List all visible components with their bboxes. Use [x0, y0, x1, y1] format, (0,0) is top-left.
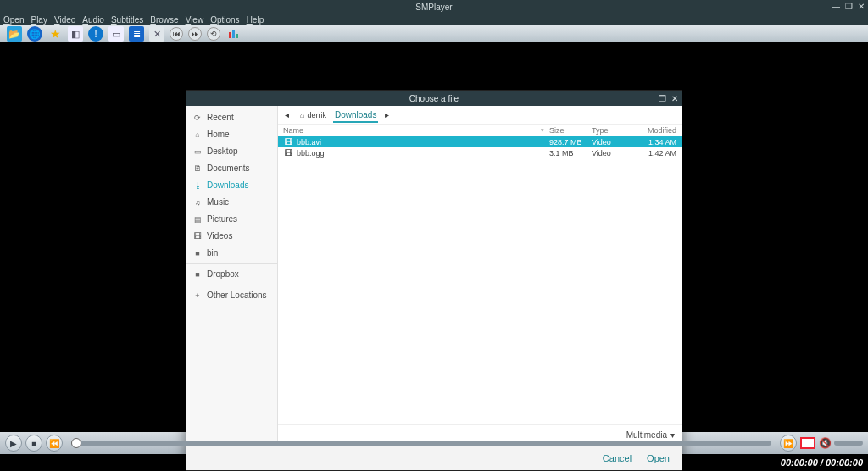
- video-area: Choose a file ❐ ✕ ⟳Recent ⌂Home ▭Desktop…: [0, 42, 868, 432]
- menu-open[interactable]: Open: [3, 15, 24, 25]
- time-position: 00:00:00 / 00:00:00: [781, 457, 863, 468]
- folder-icon: ■: [193, 249, 202, 258]
- breadcrumb-home-label: derrik: [307, 111, 326, 119]
- window-minimize-icon[interactable]: —: [832, 3, 840, 11]
- forward-button[interactable]: ⏩: [780, 435, 797, 452]
- info-icon[interactable]: !: [88, 26, 103, 42]
- file-size: 928.7 MB: [549, 138, 592, 147]
- file-size: 3.1 MB: [549, 149, 592, 158]
- dialog-titlebar: Choose a file ❐ ✕: [186, 91, 682, 106]
- sidebar-separator: [186, 285, 277, 285]
- places-home[interactable]: ⌂Home: [186, 126, 277, 143]
- places-bin[interactable]: ■bin: [186, 245, 277, 262]
- breadcrumb-home[interactable]: ⌂ derrik: [300, 111, 326, 119]
- video-file-icon: 🎞: [283, 138, 293, 147]
- cancel-button[interactable]: Cancel: [603, 453, 632, 463]
- places-recent[interactable]: ⟳Recent: [186, 109, 277, 126]
- stop-button[interactable]: ■: [25, 435, 42, 452]
- column-modified[interactable]: Modified: [634, 126, 676, 135]
- file-list: 🎞 bbb.avi 928.7 MB Video 1:34 AM 🎞 bbb.o…: [278, 136, 682, 424]
- menu-options[interactable]: Options: [210, 15, 239, 25]
- mute-icon[interactable]: 🔇: [819, 437, 831, 449]
- places-desktop[interactable]: ▭Desktop: [186, 143, 277, 160]
- sidebar-item-label: Documents: [207, 163, 250, 174]
- places-music[interactable]: ♫Music: [186, 194, 277, 211]
- pictures-icon: ▤: [193, 215, 202, 224]
- rewind-button[interactable]: ⏪: [46, 435, 63, 452]
- menu-play[interactable]: Play: [31, 15, 47, 25]
- favorites-icon[interactable]: ★: [47, 26, 63, 42]
- menu-subtitles[interactable]: Subtitles: [111, 15, 143, 25]
- menu-help[interactable]: Help: [247, 15, 264, 25]
- sidebar-item-label: Recent: [207, 113, 234, 123]
- sidebar-item-label: Videos: [207, 231, 232, 241]
- file-name: bbb.avi: [297, 138, 549, 147]
- fullscreen-button[interactable]: [800, 437, 815, 449]
- videos-icon: 🎞: [193, 232, 202, 241]
- open-url-icon[interactable]: 🌐: [27, 26, 42, 42]
- sort-descending-icon[interactable]: ▾: [541, 127, 549, 134]
- breadcrumb-forward-icon[interactable]: ▸: [385, 110, 393, 119]
- places-documents[interactable]: 🖹Documents: [186, 160, 277, 177]
- file-dialog: Choose a file ❐ ✕ ⟳Recent ⌂Home ▭Desktop…: [186, 90, 682, 471]
- menu-view[interactable]: View: [186, 15, 204, 25]
- window-maximize-icon[interactable]: ❐: [845, 3, 853, 11]
- places-pictures[interactable]: ▤Pictures: [186, 211, 277, 228]
- menu-audio[interactable]: Audio: [82, 15, 104, 25]
- file-row[interactable]: 🎞 bbb.ogg 3.1 MB Video 1:42 AM: [278, 147, 682, 158]
- places-videos[interactable]: 🎞Videos: [186, 228, 277, 245]
- breadcrumb: ◂ ⌂ derrik Downloads ▸: [278, 106, 682, 125]
- dialog-close-icon[interactable]: ✕: [671, 94, 678, 103]
- open-button[interactable]: Open: [647, 453, 670, 463]
- dialog-maximize-icon[interactable]: ❐: [659, 94, 666, 103]
- sidebar-item-label: Dropbox: [207, 269, 239, 280]
- downloads-icon: ⭳: [193, 181, 202, 191]
- column-type[interactable]: Type: [592, 126, 634, 135]
- file-modified: 1:42 AM: [634, 149, 676, 158]
- menu-browse[interactable]: Browse: [150, 15, 178, 25]
- tools-icon[interactable]: ✕: [149, 26, 164, 42]
- volume-bar[interactable]: [834, 441, 863, 446]
- documents-icon: 🖹: [193, 164, 202, 174]
- screenshot-icon[interactable]: ◧: [68, 26, 83, 42]
- file-modified: 1:34 AM: [634, 138, 676, 147]
- equalizer-icon[interactable]: [225, 26, 241, 42]
- column-size[interactable]: Size: [549, 126, 592, 135]
- desktop-icon: ▭: [193, 147, 202, 157]
- sidebar-item-label: Home: [207, 130, 230, 140]
- seek-bar[interactable]: [71, 441, 771, 446]
- places-other[interactable]: +Other Locations: [186, 287, 277, 304]
- open-file-icon[interactable]: 📂: [7, 26, 22, 42]
- breadcrumb-current[interactable]: Downloads: [333, 108, 378, 123]
- toolbar: 📂 🌐 ★ ◧ ! ▭ ≣ ✕ ⏮ ⏭ ⟲: [0, 25, 868, 42]
- plus-icon: +: [193, 291, 202, 301]
- app-title: SMPlayer: [415, 3, 452, 12]
- clock-icon: ⟳: [193, 114, 202, 123]
- sidebar-separator: [186, 263, 277, 264]
- file-type: Video: [592, 138, 634, 147]
- skip-back-icon[interactable]: ⏮: [170, 27, 183, 41]
- file-list-header[interactable]: Name ▾ Size Type Modified: [278, 125, 682, 136]
- places-downloads[interactable]: ⭳Downloads: [186, 177, 277, 194]
- filetype-filter[interactable]: Multimedia ▾: [626, 430, 675, 440]
- sidebar-item-label: Desktop: [207, 147, 238, 157]
- file-row[interactable]: 🎞 bbb.avi 928.7 MB Video 1:34 AM: [278, 136, 682, 147]
- dialog-actions: Cancel Open: [186, 445, 682, 470]
- skip-forward-icon[interactable]: ⏭: [188, 27, 202, 41]
- sidebar-item-label: Downloads: [207, 180, 248, 191]
- dialog-sidebar: ⟳Recent ⌂Home ▭Desktop 🖹Documents ⭳Downl…: [186, 106, 278, 445]
- column-name[interactable]: Name: [283, 126, 541, 135]
- playlist-icon[interactable]: ≣: [129, 26, 144, 42]
- breadcrumb-back-icon[interactable]: ◂: [285, 110, 293, 119]
- filter-label: Multimedia: [626, 430, 667, 440]
- loop-icon[interactable]: ⟲: [207, 27, 220, 41]
- folder-icon: ■: [193, 270, 202, 280]
- file-name: bbb.ogg: [297, 149, 549, 158]
- home-icon: ⌂: [193, 130, 202, 140]
- places-dropbox[interactable]: ■Dropbox: [186, 266, 277, 283]
- window-close-icon[interactable]: ✕: [858, 3, 865, 11]
- play-button[interactable]: ▶: [5, 435, 22, 452]
- window-icon[interactable]: ▭: [108, 26, 124, 42]
- sidebar-item-label: Music: [207, 197, 229, 208]
- menu-video[interactable]: Video: [54, 15, 75, 25]
